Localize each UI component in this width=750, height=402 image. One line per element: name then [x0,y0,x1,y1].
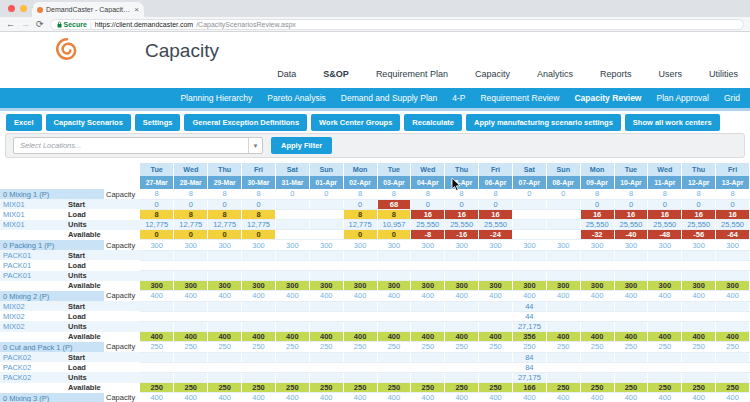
grid-cell[interactable] [140,372,174,382]
grid-cell[interactable] [309,352,343,362]
grid-cell[interactable]: 400 [343,393,377,402]
grid-cell[interactable] [343,271,377,281]
grid-cell[interactable]: 250 [546,342,580,352]
grid-cell[interactable]: 250 [242,383,276,393]
grid-cell[interactable] [614,352,648,362]
grid-cell[interactable]: 8 [140,209,174,219]
grid-cell[interactable]: 250 [546,383,580,393]
grid-cell[interactable]: 0 [716,199,750,209]
grid-cell[interactable]: 8 [174,209,208,219]
grid-cell[interactable]: 8 [580,189,614,199]
grid-cell[interactable]: 16 [479,209,513,219]
grid-cell[interactable] [208,372,242,382]
grid-cell[interactable]: 0 [614,199,648,209]
grid-cell[interactable] [716,321,750,331]
grid-cell[interactable] [140,352,174,362]
grid-cell[interactable] [512,199,546,209]
grid-cell[interactable] [716,271,750,281]
grid-cell[interactable]: 8 [614,189,648,199]
back-icon[interactable]: ← [6,20,15,29]
grid-cell[interactable]: -56 [682,230,716,240]
grid-cell[interactable]: 0 [140,230,174,240]
grid-cell[interactable]: 0 [411,199,445,209]
grid-cell[interactable]: 400 [648,291,682,301]
grid-cell[interactable]: 400 [648,393,682,402]
grid-cell[interactable] [648,301,682,311]
grid-cell[interactable] [208,250,242,260]
top-nav-item-analytics[interactable]: Analytics [537,69,573,79]
grid-cell[interactable]: 0 [377,230,411,240]
top-nav-item-capacity[interactable]: Capacity [475,69,510,79]
work-center-group-link[interactable]: 0 Mixing 1 (P) [0,189,104,199]
top-nav-item-users[interactable]: Users [658,69,682,79]
grid-cell[interactable]: 0 [140,199,174,209]
grid-cell[interactable] [377,260,411,270]
grid-cell[interactable] [445,260,479,270]
grid-cell[interactable] [208,271,242,281]
grid-cell[interactable]: 300 [411,281,445,291]
grid-cell[interactable] [377,301,411,311]
grid-cell[interactable]: 250 [648,342,682,352]
grid-cell[interactable] [716,372,750,382]
grid-cell[interactable]: 0 [275,189,309,199]
grid-cell[interactable]: 300 [174,281,208,291]
grid-cell[interactable] [648,372,682,382]
grid-cell[interactable] [716,250,750,260]
grid-cell[interactable] [546,199,580,209]
grid-cell[interactable]: 400 [614,393,648,402]
grid-cell[interactable]: 300 [343,281,377,291]
grid-cell[interactable] [411,301,445,311]
work-center-code-link[interactable]: MIX01 [0,220,66,230]
grid-cell[interactable] [546,311,580,321]
grid-cell[interactable]: 12,775 [140,220,174,230]
grid-cell[interactable]: 0 [208,230,242,240]
grid-cell[interactable] [512,209,546,219]
grid-cell[interactable] [309,321,343,331]
grid-cell[interactable] [682,311,716,321]
grid-cell[interactable]: 300 [174,240,208,250]
grid-cell[interactable]: 12,775 [208,220,242,230]
grid-cell[interactable] [682,260,716,270]
grid-cell[interactable]: 400 [174,291,208,301]
address-bar[interactable]: Secure | https://client.demandcaster.com… [50,19,744,30]
grid-cell[interactable] [343,301,377,311]
grid-cell[interactable] [716,301,750,311]
grid-cell[interactable] [242,311,276,321]
grid-cell[interactable]: 400 [546,393,580,402]
grid-cell[interactable]: 250 [411,342,445,352]
grid-cell[interactable] [546,352,580,362]
grid-cell[interactable]: 8 [343,189,377,199]
grid-cell[interactable] [309,362,343,372]
grid-cell[interactable] [580,372,614,382]
grid-cell[interactable]: 8 [377,189,411,199]
grid-cell[interactable] [411,352,445,362]
grid-cell[interactable] [546,230,580,240]
grid-cell[interactable] [174,271,208,281]
grid-cell[interactable] [682,250,716,260]
grid-cell[interactable]: 8 [716,189,750,199]
sub-nav-item-grid[interactable]: Grid [724,93,740,103]
grid-cell[interactable]: 250 [309,383,343,393]
grid-cell[interactable]: 400 [411,332,445,342]
grid-cell[interactable]: 300 [208,281,242,291]
grid-cell[interactable]: -48 [648,230,682,240]
grid-cell[interactable]: 250 [377,342,411,352]
grid-cell[interactable]: 250 [208,383,242,393]
grid-cell[interactable] [208,301,242,311]
grid-cell[interactable]: 300 [682,240,716,250]
grid-cell[interactable]: 250 [275,383,309,393]
grid-cell[interactable]: 300 [275,240,309,250]
grid-cell[interactable]: 84 [512,352,546,362]
grid-cell[interactable]: -40 [614,230,648,240]
grid-cell[interactable]: 400 [208,332,242,342]
grid-cell[interactable] [275,372,309,382]
grid-cell[interactable]: 250 [580,383,614,393]
grid-cell[interactable] [682,271,716,281]
grid-cell[interactable] [479,352,513,362]
grid-cell[interactable] [377,352,411,362]
grid-cell[interactable] [275,250,309,260]
grid-cell[interactable]: 300 [648,281,682,291]
work-center-code-link[interactable]: PACK01 [0,271,66,281]
grid-cell[interactable]: 0 [580,199,614,209]
grid-cell[interactable] [140,260,174,270]
